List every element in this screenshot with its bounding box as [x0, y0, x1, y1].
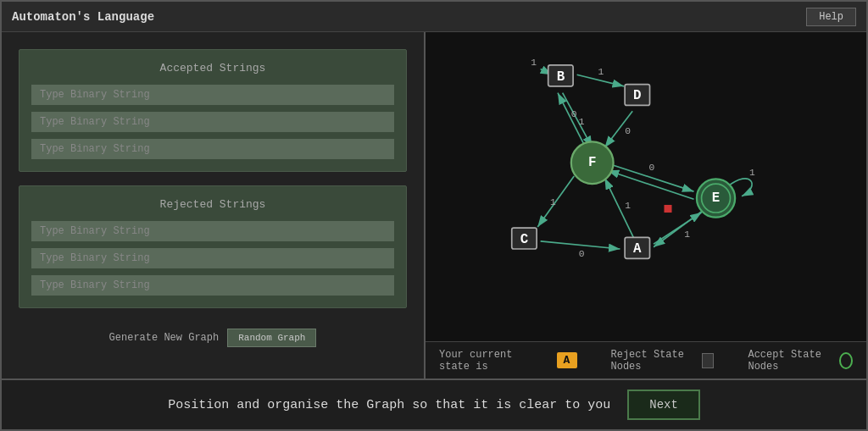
generate-label: Generate New Graph	[109, 332, 220, 344]
svg-text:C: C	[520, 232, 529, 247]
accept-icon	[839, 352, 853, 369]
instruction-text: Position and organise the Graph so that …	[168, 398, 610, 412]
reject-legend: Reject State Nodes	[611, 349, 715, 373]
svg-text:B: B	[557, 69, 565, 85]
accepted-inputs	[31, 85, 394, 159]
graph-area[interactable]: 0 1 1 0 0 1	[426, 32, 866, 341]
app-title: Automaton's Language	[12, 10, 154, 24]
right-panel: 0 1 1 0 0 1	[426, 32, 866, 379]
accepted-input-3[interactable]	[31, 139, 394, 159]
left-panel: Accepted Strings Rejected Strings Gene	[2, 32, 426, 379]
help-button[interactable]: Help	[806, 8, 856, 26]
bottom-bar: Position and organise the Graph so that …	[2, 379, 866, 429]
rejected-input-3[interactable]	[31, 275, 394, 296]
generate-area: Generate New Graph Random Graph	[19, 329, 407, 347]
svg-text:1: 1	[531, 58, 537, 68]
accepted-section: Accepted Strings	[19, 49, 407, 172]
current-state-label: Your current state is	[439, 349, 540, 373]
current-state-badge: A	[557, 352, 577, 368]
accept-label: Accept State Nodes	[748, 349, 832, 373]
svg-line-14	[541, 241, 620, 249]
state-bar: Your current state is A Reject State Nod…	[426, 341, 866, 379]
svg-text:0: 0	[625, 126, 631, 136]
svg-text:0: 0	[579, 249, 585, 259]
rejected-inputs	[31, 221, 394, 296]
accept-legend: Accept State Nodes	[748, 349, 853, 373]
svg-line-21	[654, 209, 705, 247]
svg-text:1: 1	[749, 168, 755, 178]
svg-text:1: 1	[684, 229, 690, 240]
svg-text:F: F	[588, 155, 597, 170]
accepted-input-2[interactable]	[31, 112, 394, 132]
svg-text:1: 1	[598, 67, 604, 77]
rejected-input-2[interactable]	[31, 248, 394, 268]
rejected-section: Rejected Strings	[19, 185, 407, 308]
reject-label: Reject State Nodes	[611, 349, 696, 373]
main-content: Accepted Strings Rejected Strings Gene	[2, 32, 866, 379]
svg-text:D: D	[633, 88, 642, 103]
svg-line-1	[563, 93, 593, 147]
svg-line-11	[608, 170, 694, 199]
accepted-input-1[interactable]	[31, 85, 394, 105]
svg-text:1: 1	[625, 201, 631, 211]
svg-text:1: 1	[550, 197, 556, 207]
rejected-input-1[interactable]	[31, 221, 394, 241]
svg-text:1: 1	[579, 117, 585, 127]
rejected-title: Rejected Strings	[31, 198, 394, 211]
svg-text:0: 0	[571, 109, 577, 119]
svg-text:0: 0	[648, 163, 654, 173]
title-bar: Automaton's Language Help	[2, 2, 866, 32]
reject-icon	[702, 353, 714, 368]
next-button[interactable]: Next	[627, 390, 700, 420]
app-window: Automaton's Language Help Accepted Strin…	[0, 0, 868, 431]
accepted-title: Accepted Strings	[31, 62, 394, 75]
graph-svg: 0 1 1 0 0 1	[426, 32, 866, 341]
random-graph-button[interactable]: Random Graph	[227, 329, 316, 347]
svg-text:A: A	[633, 241, 642, 257]
svg-text:E: E	[712, 191, 721, 206]
svg-rect-22	[664, 205, 671, 213]
